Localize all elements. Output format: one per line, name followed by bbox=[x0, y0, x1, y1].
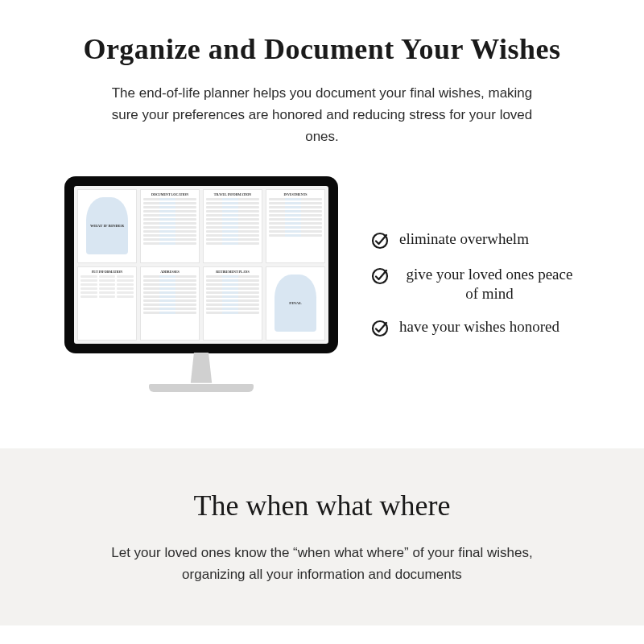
doc-page: ADDRESSES bbox=[140, 266, 200, 341]
doc-page: PET INFORMATION bbox=[77, 266, 137, 341]
doc-page: WHAT IF BINDER bbox=[77, 189, 137, 263]
benefits-list: eliminate overwhelm give your loved ones… bbox=[370, 229, 580, 339]
doc-page: DOCUMENT LOCATION bbox=[140, 189, 200, 263]
benefit-item: eliminate overwhelm bbox=[370, 229, 580, 250]
monitor-screen: WHAT IF BINDERDOCUMENT LOCATIONTRAVEL IN… bbox=[74, 186, 328, 344]
doc-page-title: DOCUMENT LOCATION bbox=[151, 192, 188, 196]
main-heading: Organize and Document Your Wishes bbox=[48, 32, 596, 66]
benefit-text: give your loved ones peace of mind bbox=[399, 265, 580, 303]
doc-page-title: TRAVEL INFORMATION bbox=[214, 192, 251, 196]
doc-page-title: PET INFORMATION bbox=[92, 270, 122, 274]
monitor-stand bbox=[177, 353, 225, 389]
benefit-text: have your wishes honored bbox=[399, 317, 559, 336]
monitor-frame: WHAT IF BINDERDOCUMENT LOCATIONTRAVEL IN… bbox=[64, 176, 338, 353]
doc-arch: FINAL bbox=[275, 275, 317, 332]
benefit-item: give your loved ones peace of mind bbox=[370, 265, 580, 303]
doc-arch: WHAT IF BINDER bbox=[86, 197, 129, 254]
bottom-heading: The when what where bbox=[64, 489, 580, 522]
benefit-text: eliminate overwhelm bbox=[399, 229, 529, 249]
doc-page: RETIREMENT PLANS bbox=[203, 266, 262, 341]
benefit-item: have your wishes honored bbox=[370, 317, 580, 338]
check-icon bbox=[370, 266, 390, 286]
monitor-illustration: WHAT IF BINDERDOCUMENT LOCATIONTRAVEL IN… bbox=[64, 176, 338, 392]
bottom-section: The when what where Let your loved ones … bbox=[0, 448, 644, 625]
top-section: Organize and Document Your Wishes The en… bbox=[0, 0, 644, 416]
doc-page: TRAVEL INFORMATION bbox=[203, 189, 262, 263]
doc-page: INVESTMENTS bbox=[266, 189, 325, 263]
check-icon bbox=[370, 231, 390, 250]
doc-page: FINAL bbox=[266, 266, 325, 341]
monitor-base bbox=[149, 384, 254, 392]
doc-page-title: RETIREMENT PLANS bbox=[216, 270, 249, 274]
bottom-paragraph: Let your loved ones know the “when what … bbox=[89, 542, 555, 585]
check-icon bbox=[370, 319, 390, 338]
doc-page-title: INVESTMENTS bbox=[283, 192, 307, 196]
middle-row: WHAT IF BINDERDOCUMENT LOCATIONTRAVEL IN… bbox=[48, 176, 596, 392]
doc-page-title: ADDRESSES bbox=[160, 270, 180, 274]
intro-paragraph: The end-of-life planner helps you docume… bbox=[97, 82, 547, 148]
